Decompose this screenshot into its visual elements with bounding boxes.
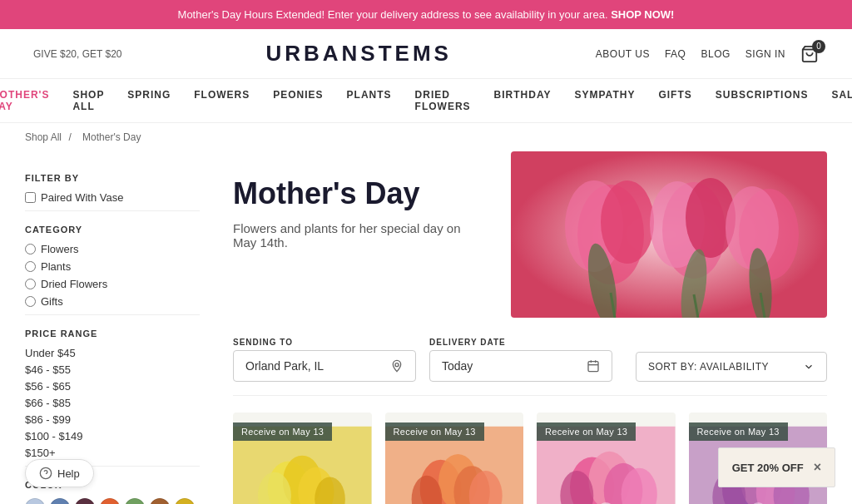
sort-group: SORT BY: AVAILABILITY: [636, 352, 827, 382]
nav-subscriptions[interactable]: SUBSCRIPTIONS: [716, 89, 809, 112]
blog-link[interactable]: BLOG: [701, 48, 730, 60]
cart-badge: 0: [812, 40, 825, 53]
product-badge: Receive on May 13: [537, 422, 636, 441]
nav-spring[interactable]: SPRING: [127, 89, 171, 112]
nav-dried-flowers[interactable]: DRIED FLOWERS: [415, 89, 471, 112]
svg-rect-17: [588, 362, 598, 372]
category-dried-flowers-label: Dried Flowers: [41, 278, 107, 290]
product-image-container: Receive on May 13: [233, 413, 372, 504]
category-dried-flowers[interactable]: Dried Flowers: [25, 278, 200, 290]
help-icon: [39, 467, 52, 480]
color-swatch-orange[interactable]: [100, 498, 120, 504]
breadcrumb: Shop All / Mother's Day: [0, 123, 852, 151]
location-icon: [390, 359, 404, 373]
price-under-45[interactable]: Under $45: [25, 347, 200, 359]
product-card[interactable]: Receive on May 13: [385, 413, 524, 504]
chevron-down-icon: [803, 361, 815, 373]
category-flowers[interactable]: Flowers: [25, 243, 200, 255]
sending-to-label: SENDING TO: [233, 338, 416, 347]
nav-birthday[interactable]: BIRTHDAY: [494, 89, 552, 112]
category-plants[interactable]: Plants: [25, 260, 200, 273]
product-card[interactable]: Receive on May 13: [537, 413, 676, 504]
sending-to-input[interactable]: Orland Park, IL: [233, 350, 416, 382]
main-nav: MOTHER'S DAY SHOP ALL SPRING FLOWERS PEO…: [0, 79, 852, 123]
category-gifts-radio[interactable]: [25, 296, 36, 307]
product-card[interactable]: Receive on May 13: [233, 413, 372, 504]
help-label: Help: [57, 467, 80, 480]
category-plants-radio[interactable]: [25, 261, 36, 272]
hero-subtitle: Flowers and plants for her special day o…: [233, 221, 486, 250]
sidebar: FILTER BY Paired With Vase CATEGORY Flow…: [25, 151, 216, 504]
header-promo: GIVE $20, GET $20: [33, 48, 122, 60]
price-title: PRICE RANGE: [25, 329, 200, 338]
hero-image: [511, 151, 827, 318]
filters-bar: SENDING TO Orland Park, IL DELIVERY DATE…: [233, 338, 827, 396]
price-56-65[interactable]: $56 - $65: [25, 380, 200, 393]
nav-flowers[interactable]: FLOWERS: [194, 89, 250, 112]
breadcrumb-shop-all[interactable]: Shop All: [25, 131, 62, 143]
signin-link[interactable]: SIGN IN: [746, 48, 785, 60]
discount-popup: GET 20% OFF ×: [718, 447, 835, 487]
faq-link[interactable]: FAQ: [665, 48, 686, 60]
cart-icon[interactable]: 0: [800, 45, 819, 63]
nav-peonies[interactable]: PEONIES: [273, 89, 323, 112]
header-nav-right: ABOUT US FAQ BLOG SIGN IN 0: [596, 45, 819, 63]
color-swatches: [25, 498, 200, 504]
price-150-plus[interactable]: $150+: [25, 447, 200, 459]
delivery-date-group: DELIVERY DATE Today: [429, 338, 612, 382]
svg-point-4: [601, 180, 654, 264]
header: GIVE $20, GET $20 URBANSTEMS ABOUT US FA…: [0, 29, 852, 79]
color-swatch-dark-red[interactable]: [75, 498, 95, 504]
filter-paired-vase[interactable]: Paired With Vase: [25, 191, 200, 204]
nav-gifts[interactable]: GIFTS: [658, 89, 691, 112]
color-swatch-yellow[interactable]: [175, 498, 195, 504]
category-gifts[interactable]: Gifts: [25, 295, 200, 308]
banner-cta[interactable]: SHOP NOW!: [611, 8, 674, 21]
nav-mothers-day[interactable]: MOTHER'S DAY: [0, 89, 49, 112]
category-dried-flowers-radio[interactable]: [25, 279, 36, 289]
color-swatch-brown[interactable]: [150, 498, 170, 504]
discount-close-button[interactable]: ×: [814, 460, 821, 475]
price-100-149[interactable]: $100 - $149: [25, 430, 200, 442]
hero-title: Mother's Day: [233, 176, 486, 211]
category-flowers-label: Flowers: [41, 243, 79, 255]
product-badge: Receive on May 13: [689, 422, 788, 441]
paired-vase-checkbox[interactable]: [25, 192, 36, 203]
category-flowers-radio[interactable]: [25, 244, 36, 254]
price-46-55[interactable]: $46 - $55: [25, 363, 200, 376]
nav-sale[interactable]: SALE: [831, 89, 852, 112]
sending-to-group: SENDING TO Orland Park, IL: [233, 338, 416, 382]
price-66-85[interactable]: $66 - $85: [25, 397, 200, 409]
sending-to-value: Orland Park, IL: [245, 359, 384, 373]
product-image-container: Receive on May 13: [385, 413, 524, 504]
svg-point-16: [395, 363, 399, 367]
category-title: CATEGORY: [25, 225, 200, 235]
top-banner: Mother's Day Hours Extended! Enter your …: [0, 0, 852, 29]
product-image-container: Receive on May 13: [537, 413, 676, 504]
color-swatch-green[interactable]: [125, 498, 145, 504]
sort-select[interactable]: SORT BY: AVAILABILITY: [636, 352, 827, 382]
filter-by-title: FILTER BY: [25, 173, 200, 183]
nav-shop-all[interactable]: SHOP ALL: [72, 89, 104, 112]
calendar-icon: [587, 359, 600, 373]
color-swatch-blue[interactable]: [25, 498, 45, 504]
paired-vase-label: Paired With Vase: [41, 191, 123, 204]
help-button[interactable]: Help: [25, 459, 94, 487]
sort-label: SORT BY: AVAILABILITY: [648, 361, 796, 373]
site-logo[interactable]: URBANSTEMS: [265, 41, 451, 67]
breadcrumb-separator: /: [68, 131, 74, 143]
color-swatch-dark-blue[interactable]: [50, 498, 70, 504]
delivery-date-value: Today: [442, 359, 580, 373]
price-86-99[interactable]: $86 - $99: [25, 413, 200, 426]
banner-text: Mother's Day Hours Extended! Enter your …: [178, 8, 608, 21]
category-plants-label: Plants: [41, 260, 71, 273]
delivery-date-input[interactable]: Today: [429, 350, 612, 382]
breadcrumb-current: Mother's Day: [82, 131, 141, 143]
hero-text: Mother's Day Flowers and plants for her …: [233, 151, 486, 318]
nav-plants[interactable]: PLANTS: [347, 89, 392, 112]
category-gifts-label: Gifts: [41, 295, 63, 308]
delivery-date-label: DELIVERY DATE: [429, 338, 612, 347]
product-badge: Receive on May 13: [385, 422, 484, 441]
nav-sympathy[interactable]: SYMPATHY: [575, 89, 636, 112]
about-us-link[interactable]: ABOUT US: [596, 48, 650, 60]
